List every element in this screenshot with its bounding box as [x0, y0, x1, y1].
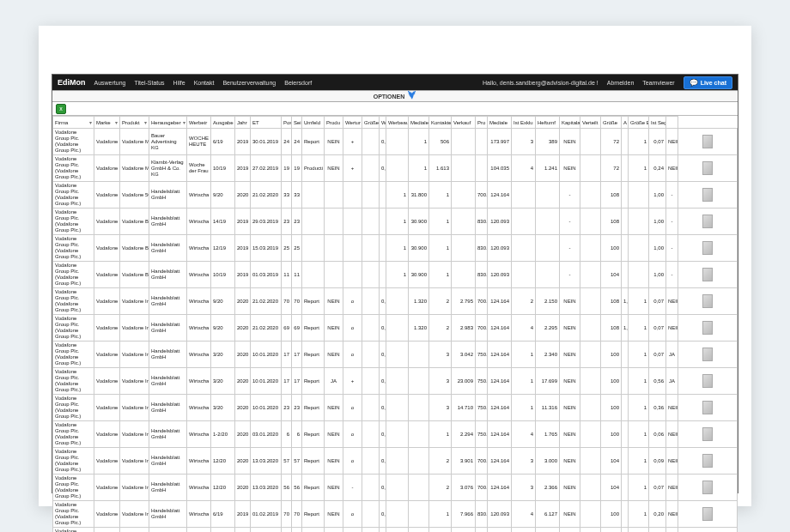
thumbnail-cell[interactable] [678, 155, 738, 182]
thumbnail-cell[interactable] [678, 182, 738, 209]
thumbnail-cell[interactable] [678, 288, 738, 315]
col-header[interactable]: ET [251, 117, 282, 129]
thumbnail-cell[interactable] [678, 501, 738, 528]
thumbnail-cell[interactable] [678, 209, 738, 235]
table-row[interactable]: Vodafone Group Plc. (Vodafone Group Plc.… [53, 209, 738, 235]
thumbnail-cell[interactable] [678, 528, 738, 533]
cell: 3.000 [536, 448, 560, 475]
cell: NEIN [666, 475, 678, 501]
thumbnail-cell[interactable] [678, 342, 738, 368]
col-header[interactable]: Ist Segr [649, 117, 666, 129]
col-header[interactable]: Ausgabe [211, 117, 235, 129]
col-header[interactable]: A [622, 117, 629, 129]
col-header[interactable]: Werbeau [386, 117, 409, 129]
col-header[interactable]: Kapitala [560, 117, 580, 129]
cell: 830.000 [476, 209, 488, 235]
link-teamviewer[interactable]: Teamviewer [642, 80, 674, 86]
thumbnail-cell[interactable] [678, 262, 738, 288]
col-header[interactable]: Produ [325, 117, 343, 129]
cell: 1 [386, 262, 409, 288]
excel-export-button[interactable]: x [56, 104, 66, 114]
col-header[interactable]: Mediale [409, 117, 429, 129]
table-row[interactable]: Vodafone Group Plc. (Vodafone Group Plc.… [53, 129, 738, 155]
table-row[interactable]: Vodafone Group Plc. (Vodafone Group Plc.… [53, 501, 738, 528]
cell: 2019 [235, 262, 251, 288]
cell [452, 262, 476, 288]
table-row[interactable]: Vodafone Group Plc. (Vodafone Group Plc.… [53, 315, 738, 342]
thumbnail-cell[interactable] [678, 475, 738, 501]
table-row[interactable]: Vodafone Group Plc. (Vodafone Group Plc.… [53, 368, 738, 395]
cell: 70 [282, 501, 292, 528]
link-logout[interactable]: Abmelden [607, 80, 635, 86]
table-row[interactable]: Vodafone Group Plc. (Vodafone Group Plc.… [53, 421, 738, 448]
col-header[interactable]: Ist Exklu [512, 117, 536, 129]
cell: 10/19 [211, 262, 235, 288]
table-row[interactable]: Vodafone Group Plc. (Vodafone Group Plc.… [53, 448, 738, 475]
col-header[interactable]: Heftumf [536, 117, 560, 129]
thumbnail-cell[interactable] [678, 315, 738, 342]
thumbnail-cell[interactable] [678, 235, 738, 262]
menu-item[interactable]: Auswertung [94, 80, 126, 86]
table-row[interactable]: Vodafone Group Plc. (Vodafone Group Plc.… [53, 395, 738, 421]
cell: 69 [282, 315, 292, 342]
cell: 24 [292, 129, 302, 155]
cell: 0,03 [380, 528, 386, 533]
table-row[interactable]: Vodafone Group Plc. (Vodafone Group Plc.… [53, 182, 738, 209]
filter-icon[interactable]: ▾ [115, 119, 118, 125]
col-header[interactable]: Firma▾ [53, 117, 94, 129]
table-row[interactable]: Vodafone Group Plc. (Vodafone Group Plc.… [53, 288, 738, 315]
table-row[interactable]: Vodafone Group Plc. (Vodafone Group Plc.… [53, 475, 738, 501]
menu-item[interactable]: Hilfe [173, 80, 185, 86]
table-row[interactable]: Vodafone Group Plc. (Vodafone Group Plc.… [53, 528, 738, 533]
cell: 780.000 [476, 528, 488, 533]
menu-item[interactable]: Kontakt [194, 80, 215, 86]
col-header[interactable] [666, 117, 678, 129]
options-bar[interactable]: OPTIONEN ⮟ [52, 90, 738, 102]
thumbnail-cell[interactable] [678, 421, 738, 448]
col-header[interactable]: Werbetr [187, 117, 211, 129]
table-row[interactable]: Vodafone Group Plc. (Vodafone Group Plc.… [53, 262, 738, 288]
col-header[interactable]: Produkt▾ [120, 117, 149, 129]
cell: 2 [429, 475, 452, 501]
col-header[interactable]: Sei [292, 117, 302, 129]
col-header[interactable]: Pro [476, 117, 488, 129]
thumbnail-cell[interactable] [678, 448, 738, 475]
col-header[interactable]: Größe [601, 117, 622, 129]
col-header[interactable]: Marke▾ [94, 117, 120, 129]
col-header[interactable]: Wertur [343, 117, 362, 129]
col-header[interactable]: Umfeld [302, 117, 325, 129]
col-header[interactable]: Pos [282, 117, 292, 129]
table-row[interactable]: Vodafone Group Plc. (Vodafone Group Plc.… [53, 155, 738, 182]
thumbnail-cell[interactable] [678, 395, 738, 421]
col-header[interactable]: Mediale [488, 117, 512, 129]
cell: 0,07 [380, 129, 386, 155]
filter-icon[interactable]: ▾ [183, 119, 185, 125]
menu-item[interactable]: Beiersdorf [284, 80, 312, 86]
table-row[interactable]: Vodafone Group Plc. (Vodafone Group Plc.… [53, 342, 738, 368]
col-header[interactable]: W [380, 117, 386, 129]
thumbnail-cell[interactable] [678, 368, 738, 395]
col-header[interactable]: Kontakte [429, 117, 452, 129]
cell: Vodafone Image [120, 421, 149, 448]
cell [409, 342, 429, 368]
col-header[interactable]: Herausgeber▾ [149, 117, 187, 129]
menu-item[interactable]: Titel-Status [134, 80, 164, 86]
col-header[interactable]: Jahr [235, 117, 251, 129]
livechat-button[interactable]: Live chat [684, 76, 732, 89]
table-row[interactable]: Vodafone Group Plc. (Vodafone Group Plc.… [53, 235, 738, 262]
col-header[interactable]: Größe [362, 117, 380, 129]
cell: 17 [292, 342, 302, 368]
cell: NEIN [325, 421, 343, 448]
thumbnail-icon [702, 215, 713, 228]
col-header[interactable]: Verteilt [580, 117, 601, 129]
cell: Handelsblatt GmbH [149, 342, 187, 368]
col-header[interactable]: Verkauf [452, 117, 476, 129]
filter-icon[interactable]: ▾ [89, 119, 92, 125]
cell: 18.01.2019 [251, 528, 282, 533]
thumbnail-cell[interactable] [678, 129, 738, 155]
cell: Wirtscha [187, 501, 211, 528]
thumbnail-icon [702, 188, 713, 202]
filter-icon[interactable]: ▾ [144, 119, 147, 125]
menu-item[interactable]: Benutzerverwaltung [222, 80, 276, 86]
col-header[interactable]: Größe E [629, 117, 649, 129]
